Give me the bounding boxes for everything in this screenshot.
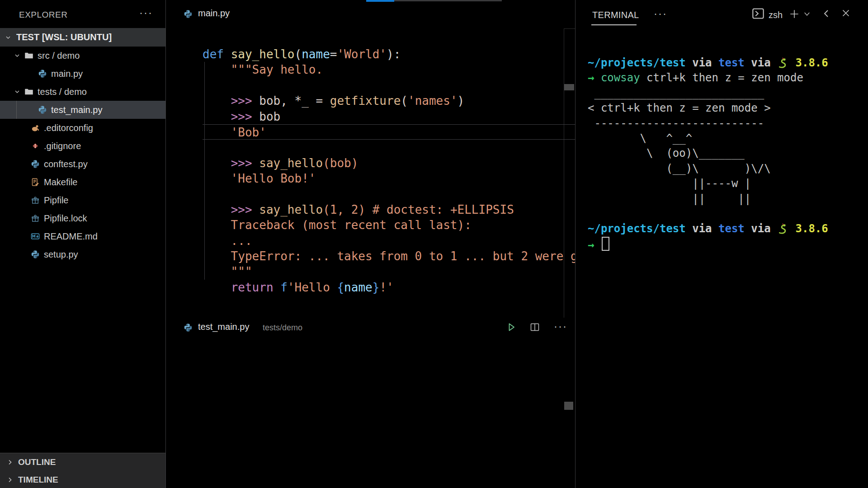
terminal-line: ~/projects/test via test via 3.8.6 (588, 56, 865, 70)
terminal-line: -------------------------- (588, 116, 865, 131)
tree-item-src-demo[interactable]: src / demo (0, 47, 165, 65)
terminal-dropdown-icon[interactable] (803, 10, 811, 18)
terminal-line (588, 206, 865, 221)
tree-item-makefile[interactable]: Makefile (0, 173, 165, 191)
markdown-icon (31, 232, 40, 241)
tree-item-label: setup.py (44, 249, 78, 260)
terminal-output[interactable]: ~/projects/test via test via 3.8.6→ cows… (588, 56, 865, 252)
workspace-section-header[interactable]: TEST [WSL: UBUNTU] (0, 28, 165, 47)
terminal-line: ||----w | (588, 176, 865, 191)
python-icon (38, 105, 47, 114)
explorer-title: EXPLORER (19, 10, 67, 20)
tree-item-label: src / demo (38, 51, 80, 61)
python-snake-icon (777, 222, 789, 235)
code-line: """Say hello. (203, 62, 575, 77)
code-line: return f'Hello {name}!' (203, 280, 575, 295)
run-test-button[interactable] (506, 322, 517, 333)
outline-label: OUTLINE (18, 457, 56, 467)
tree-item-pipfile-lock[interactable]: Pipfile.lock (0, 209, 165, 227)
terminal-line: (__)\ )\/\ (588, 161, 865, 176)
editor-bottom-scrollbar[interactable] (564, 402, 573, 410)
explorer-sidebar: EXPLORER ··· TEST [WSL: UBUNTU] src / de… (0, 0, 165, 488)
code-line: ... (203, 233, 575, 249)
workspace-name: TEST [WSL: UBUNTU] (16, 32, 112, 42)
python-icon (38, 69, 47, 78)
tree-item-pipfile[interactable]: Pipfile (0, 191, 165, 209)
tree-item-label: Pipfile.lock (44, 213, 87, 224)
python-icon (31, 250, 40, 259)
tree-item-label: README.md (44, 231, 98, 242)
new-terminal-icon[interactable] (788, 8, 800, 20)
terminal-tab[interactable]: TERMINAL (592, 10, 639, 20)
file-tree: src / demomain.pytests / demotest_main.p… (0, 47, 165, 263)
editor-more-actions-icon[interactable]: ··· (554, 321, 567, 332)
terminal-line: || || (588, 192, 865, 206)
tree-item-setup-py[interactable]: setup.py (0, 245, 165, 263)
tree-item-label: main.py (51, 69, 83, 79)
code-line: def say_hello(name='World'): (203, 47, 575, 62)
explorer-more-actions-icon[interactable]: ··· (139, 6, 153, 19)
editor-top-code[interactable]: def say_hello(name='World'): """Say hell… (203, 28, 575, 336)
chevron-left-icon[interactable] (821, 8, 832, 19)
tree-item--editorconfig[interactable]: .editorconfig (0, 119, 165, 137)
editor-bottom-filename[interactable]: test_main.py (198, 322, 249, 332)
terminal-line: \ ^__^ (588, 131, 865, 146)
editor-indicator-track (394, 0, 502, 1)
tree-item-main-py[interactable]: main.py (0, 65, 165, 83)
code-line: >>> say_hello(bob) (203, 155, 575, 171)
terminal-line: < ctrl+k then z = zen mode > (588, 101, 865, 116)
chevron-right-icon (6, 476, 14, 483)
code-line (203, 187, 575, 202)
tree-item-conftest-py[interactable]: conftest.py (0, 155, 165, 173)
folder-icon (24, 87, 33, 96)
editor-terminal-divider[interactable] (575, 0, 576, 488)
tree-item-label: tests / demo (38, 87, 87, 97)
folder-icon (24, 51, 33, 60)
tree-indent-guide (16, 101, 17, 119)
package-icon (31, 196, 40, 205)
close-panel-icon[interactable] (840, 7, 852, 19)
python-snake-icon (777, 56, 789, 69)
terminal-more-actions-icon[interactable]: ··· (654, 7, 667, 20)
current-code-line: 'Bob' (203, 124, 575, 140)
code-line: Traceback (most recent call last): (203, 217, 575, 233)
tree-item-label: test_main.py (51, 105, 102, 115)
active-editor-indicator (366, 0, 394, 2)
terminal-tab-underline (591, 24, 637, 25)
package-icon (31, 214, 40, 223)
tree-item-tests-demo[interactable]: tests / demo (0, 83, 165, 101)
tree-item-test-main-py[interactable]: test_main.py (0, 101, 165, 119)
python-file-icon (184, 9, 193, 19)
tree-item-readme-md[interactable]: README.md (0, 227, 165, 245)
tree-item-label: .gitignore (44, 141, 81, 151)
tree-item-label: conftest.py (44, 159, 88, 169)
code-line (203, 140, 575, 155)
makefile-icon (31, 178, 40, 187)
python-file-icon (184, 323, 193, 332)
terminal-line: \ (oo)\_______ (588, 146, 865, 161)
editorconfig-icon (31, 123, 40, 132)
code-line: """ (203, 264, 575, 279)
code-line: >>> bob (203, 109, 575, 124)
editor-top-filename[interactable]: main.py (198, 8, 230, 19)
shell-terminal-icon[interactable] (752, 7, 764, 20)
code-line: 'Hello Bob!' (203, 171, 575, 186)
tree-item-label: Pipfile (44, 195, 68, 206)
code-line: TypeError: ... takes from 0 to 1 ... but… (203, 249, 575, 264)
sidebar-editor-divider[interactable] (165, 0, 166, 488)
terminal-line: ~/projects/test via test via 3.8.6 (588, 221, 865, 236)
outline-section-header[interactable]: OUTLINE (0, 453, 165, 471)
timeline-section-header[interactable]: TIMELINE (0, 471, 165, 488)
terminal-line: → cowsay ctrl+k then z = zen mode (588, 70, 865, 85)
tree-item--gitignore[interactable]: .gitignore (0, 137, 165, 155)
split-editor-button[interactable] (529, 322, 540, 333)
code-line: >>> bob, *_ = getfixture('names') (203, 93, 575, 108)
chevron-down-icon (5, 34, 12, 41)
git-icon (31, 141, 40, 150)
chevron-down-icon (14, 52, 21, 59)
code-line (203, 78, 575, 93)
shell-name[interactable]: zsh (769, 10, 783, 20)
terminal-cursor (602, 237, 609, 251)
timeline-label: TIMELINE (18, 475, 58, 485)
indent-guide (204, 62, 205, 280)
